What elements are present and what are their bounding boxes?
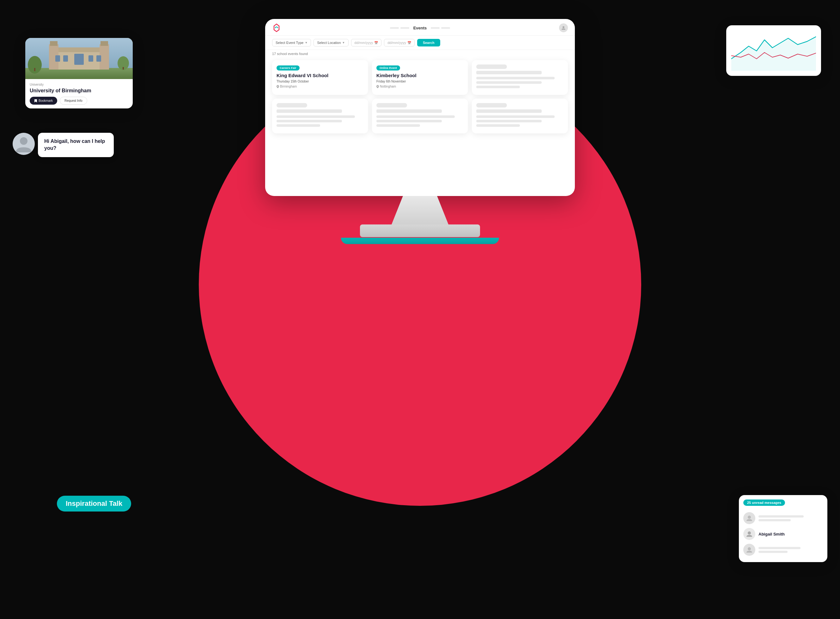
messages-card: 25 unread messages Abigail Smith bbox=[739, 495, 827, 562]
monitor-stand-bottom bbox=[341, 238, 499, 244]
svg-rect-10 bbox=[100, 41, 108, 46]
svg-rect-8 bbox=[50, 41, 58, 46]
events-grid: Careers Fair King Edward VI School Thurs… bbox=[265, 58, 575, 137]
chat-bubble: Hi Abigail, how can I help you? bbox=[13, 133, 114, 157]
screen-header: Events bbox=[265, 19, 575, 36]
event-tag: Careers Fair bbox=[276, 66, 300, 70]
university-image bbox=[25, 38, 133, 79]
university-card-body: University University of Birmingham Book… bbox=[25, 79, 133, 108]
analytics-chart-card bbox=[726, 25, 821, 76]
message-item[interactable] bbox=[743, 542, 823, 558]
bookmark-icon bbox=[34, 99, 37, 103]
request-info-button[interactable]: Request Info bbox=[60, 97, 87, 105]
message-item[interactable] bbox=[743, 510, 823, 526]
screen-title: Events bbox=[411, 25, 430, 30]
svg-rect-17 bbox=[34, 68, 36, 71]
chat-avatar bbox=[13, 133, 35, 155]
nav-segment bbox=[400, 27, 409, 28]
nav-segment bbox=[390, 27, 399, 28]
monitor-base bbox=[360, 224, 480, 237]
university-card: University University of Birmingham Book… bbox=[25, 38, 133, 108]
svg-rect-12 bbox=[63, 55, 68, 62]
svg-rect-4 bbox=[25, 68, 133, 79]
school-name: King Edward VI School bbox=[276, 73, 364, 78]
university-category: University bbox=[30, 83, 128, 86]
svg-point-2 bbox=[377, 86, 378, 87]
date-to-input[interactable]: dd/mm/yyyy 📅 bbox=[384, 39, 415, 46]
event-tag: Online Event bbox=[376, 66, 400, 70]
monitor: Events Select Event Type ▼ Select Locati… bbox=[265, 19, 575, 244]
message-content bbox=[758, 515, 823, 521]
location-dropdown[interactable]: Select Location ▼ bbox=[313, 39, 348, 46]
svg-rect-15 bbox=[96, 55, 101, 62]
inspirational-talk-badge[interactable]: Inspirational Talk bbox=[57, 496, 131, 511]
location-icon bbox=[376, 85, 379, 88]
event-card-skeleton[interactable] bbox=[272, 99, 368, 133]
search-button[interactable]: Search bbox=[417, 39, 440, 46]
nav-segment bbox=[431, 27, 440, 28]
abigail-message-content: Abigail Smith bbox=[758, 532, 823, 537]
monitor-neck bbox=[392, 196, 448, 224]
event-date: Thursday 15th October bbox=[276, 80, 364, 83]
school-name: Kimberley School bbox=[376, 73, 464, 78]
event-location: Nottingham bbox=[376, 85, 464, 88]
svg-rect-11 bbox=[55, 55, 60, 62]
unread-messages-badge: 25 unread messages bbox=[743, 499, 785, 506]
svg-point-22 bbox=[748, 516, 751, 519]
svg-rect-19 bbox=[122, 67, 124, 70]
monitor-screen: Events Select Event Type ▼ Select Locati… bbox=[265, 19, 575, 196]
chat-message: Hi Abigail, how can I help you? bbox=[38, 133, 114, 157]
message-avatar bbox=[743, 512, 755, 524]
event-card-skeleton[interactable] bbox=[372, 99, 468, 133]
svg-point-24 bbox=[748, 547, 751, 550]
event-location: Birmingham bbox=[276, 85, 364, 88]
message-avatar bbox=[743, 544, 755, 556]
event-type-dropdown[interactable]: Select Event Type ▼ bbox=[272, 39, 311, 46]
user-avatar[interactable] bbox=[559, 23, 568, 32]
svg-rect-6 bbox=[51, 48, 107, 52]
search-bar: Select Event Type ▼ Select Location ▼ dd… bbox=[265, 36, 575, 50]
calendar-icon: 📅 bbox=[407, 41, 411, 45]
contact-name: Abigail Smith bbox=[758, 532, 823, 537]
event-date: Friday 6th November bbox=[376, 80, 464, 83]
app-logo bbox=[272, 23, 281, 32]
event-card-skeleton[interactable] bbox=[472, 99, 568, 133]
location-icon bbox=[276, 85, 279, 88]
svg-point-21 bbox=[20, 137, 27, 145]
svg-point-1 bbox=[278, 86, 278, 87]
message-item-abigail[interactable]: Abigail Smith bbox=[743, 526, 823, 542]
svg-point-0 bbox=[562, 26, 564, 28]
svg-rect-14 bbox=[88, 55, 93, 62]
chevron-down-icon: ▼ bbox=[342, 41, 345, 44]
university-name: University of Birmingham bbox=[30, 88, 128, 94]
event-card[interactable]: Careers Fair King Edward VI School Thurs… bbox=[272, 60, 368, 95]
bookmark-button[interactable]: Bookmark bbox=[30, 97, 57, 105]
calendar-icon: 📅 bbox=[374, 41, 378, 45]
date-from-input[interactable]: dd/mm/yyyy 📅 bbox=[351, 39, 382, 46]
chevron-down-icon: ▼ bbox=[304, 41, 307, 44]
message-content bbox=[758, 547, 823, 553]
university-actions: Bookmark Request Info bbox=[30, 97, 128, 105]
event-card-skeleton[interactable] bbox=[472, 60, 568, 95]
abigail-avatar bbox=[743, 528, 755, 540]
nav-segment bbox=[441, 27, 450, 28]
svg-rect-13 bbox=[74, 54, 84, 65]
results-count: 17 school events found bbox=[265, 50, 575, 58]
svg-point-23 bbox=[748, 531, 751, 535]
event-card[interactable]: Online Event Kimberley School Friday 6th… bbox=[372, 60, 468, 95]
